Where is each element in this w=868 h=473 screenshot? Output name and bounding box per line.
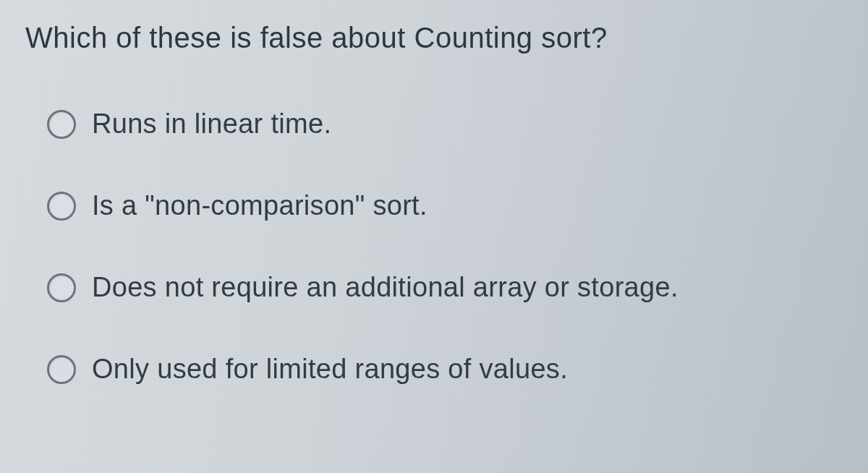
radio-icon[interactable] (47, 192, 76, 221)
option-label: Runs in linear time. (92, 108, 331, 140)
radio-icon[interactable] (47, 355, 76, 384)
options-container: Runs in linear time. Is a "non-compariso… (25, 108, 843, 385)
radio-icon[interactable] (47, 110, 76, 139)
option-3[interactable]: Does not require an additional array or … (47, 272, 843, 303)
option-2[interactable]: Is a "non-comparison" sort. (47, 190, 843, 221)
option-4[interactable]: Only used for limited ranges of values. (47, 354, 843, 385)
radio-icon[interactable] (47, 273, 76, 302)
option-label: Does not require an additional array or … (92, 272, 678, 303)
option-1[interactable]: Runs in linear time. (47, 108, 843, 140)
option-label: Is a "non-comparison" sort. (92, 190, 427, 221)
question-text: Which of these is false about Counting s… (25, 22, 843, 54)
option-label: Only used for limited ranges of values. (92, 354, 568, 385)
